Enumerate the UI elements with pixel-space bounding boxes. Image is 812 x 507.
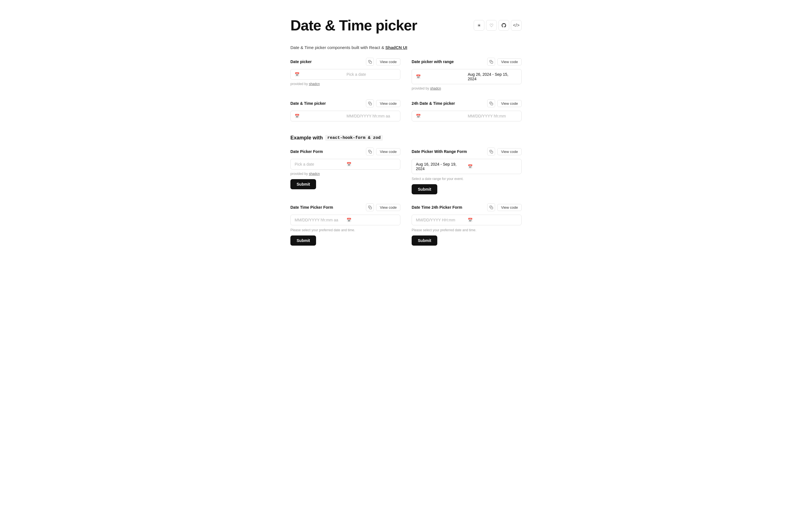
heart-button[interactable]: ♡ (486, 20, 497, 31)
svg-rect-2 (370, 103, 371, 105)
date-time-24h-form-view-code-button[interactable]: View code (497, 204, 522, 211)
date-time-picker-form-header: Date Time Picker Form View code (290, 203, 400, 211)
embed-button[interactable]: </> (511, 20, 522, 31)
date-picker-range-form-helper: Select a date range for your event. (412, 177, 522, 181)
page-container: Date & Time picker ☀ ♡ </> Date & Time p… (279, 17, 533, 245)
date-time-24h-form-header: Date Time 24h Picker Form View code (412, 203, 522, 211)
theme-toggle-button[interactable]: ☀ (474, 20, 485, 31)
date-picker-form-block: Date Picker Form View code Pick a date 📅… (290, 148, 400, 194)
header-icons: ☀ ♡ </> (474, 20, 522, 31)
date-picker-range-block: Date picker with range View code 📅 Aug 2… (412, 58, 522, 91)
date-picker-range-form-block: Date Picker With Range Form View code Au… (412, 148, 522, 194)
date-time-24h-input[interactable]: 📅 MM/DD/YYYY hh:mm (412, 111, 522, 121)
svg-rect-7 (491, 207, 493, 209)
date-picker-range-title: Date picker with range (412, 59, 485, 64)
basic-components-grid: Date picker View code 📅 Pick a date prov… (290, 58, 522, 121)
calendar-icon-right: 📅 (347, 162, 396, 166)
date-time-picker-header: Date & Time picker View code (290, 100, 400, 107)
date-time-24h-form-input[interactable]: MM/DD/YYYY HH:mm 📅 (412, 215, 522, 225)
date-time-picker-form-block: Date Time Picker Form View code MM/DD/YY… (290, 203, 400, 245)
calendar-icon-right-2: 📅 (468, 164, 517, 169)
calendar-icon: 📅 (295, 72, 344, 76)
date-time-picker-form-title: Date Time Picker Form (290, 205, 364, 210)
date-time-picker-block: Date & Time picker View code 📅 MM/DD/YYY… (290, 100, 400, 121)
date-picker-range-form-title: Date Picker With Range Form (412, 149, 485, 154)
date-picker-range-copy-button[interactable] (487, 58, 495, 66)
shadcn-link-2[interactable]: shadcn (430, 87, 441, 91)
date-picker-range-input[interactable]: 📅 Aug 26, 2024 - Sep 15, 2024 (412, 69, 522, 84)
date-picker-range-form-copy-button[interactable] (487, 148, 495, 156)
date-picker-header: Date picker View code (290, 58, 400, 66)
page-subtitle: Date & Time picker components built with… (290, 45, 522, 50)
date-picker-range-header: Date picker with range View code (412, 58, 522, 66)
date-picker-title: Date picker (290, 59, 364, 64)
svg-rect-5 (491, 151, 493, 153)
shadcn-ui-link[interactable]: ShadCN UI (386, 45, 407, 50)
date-picker-form-input[interactable]: Pick a date 📅 (290, 159, 400, 170)
date-time-24h-block: 24h Date & Time picker View code 📅 MM/DD… (412, 100, 522, 121)
date-picker-form-provided-by: provided by shadcn (290, 172, 400, 176)
date-picker-form-title: Date Picker Form (290, 149, 364, 154)
date-time-picker-form-view-code-button[interactable]: View code (376, 204, 400, 211)
rhf-components-grid: Date Picker Form View code Pick a date 📅… (290, 148, 522, 245)
date-picker-block: Date picker View code 📅 Pick a date prov… (290, 58, 400, 91)
svg-rect-1 (491, 61, 493, 63)
date-time-24h-form-title: Date Time 24h Picker Form (412, 205, 485, 210)
date-time-picker-title: Date & Time picker (290, 101, 364, 106)
date-time-24h-form-copy-button[interactable] (487, 203, 495, 211)
date-picker-form-copy-button[interactable] (366, 148, 374, 156)
date-picker-range-view-code-button[interactable]: View code (497, 58, 522, 65)
calendar-icon-right-3: 📅 (347, 218, 396, 222)
calendar-icon-right-4: 📅 (468, 218, 517, 222)
svg-rect-3 (491, 103, 493, 105)
page-title: Date & Time picker (290, 17, 417, 34)
basic-section: Date picker View code 📅 Pick a date prov… (290, 58, 522, 121)
github-button[interactable] (499, 20, 509, 31)
rhf-section-title: Example with react-hook-form & zod (290, 135, 522, 141)
date-time-picker-form-helper: Please select your preferred date and ti… (290, 228, 400, 232)
date-time-picker-form-input[interactable]: MM/DD/YYYY hh:mm aa 📅 (290, 215, 400, 225)
calendar-icon: 📅 (416, 114, 465, 118)
shadcn-link-3[interactable]: shadcn (309, 172, 320, 176)
date-time-picker-input[interactable]: 📅 MM/DD/YYYY hh:mm aa (290, 111, 400, 121)
date-picker-form-view-code-button[interactable]: View code (376, 148, 400, 155)
svg-rect-6 (370, 207, 371, 209)
svg-rect-4 (370, 151, 371, 153)
date-time-24h-copy-button[interactable] (487, 100, 495, 107)
date-time-picker-view-code-button[interactable]: View code (376, 100, 400, 107)
date-time-picker-form-copy-button[interactable] (366, 203, 374, 211)
svg-rect-0 (370, 61, 371, 63)
calendar-icon: 📅 (295, 114, 344, 118)
date-time-picker-form-submit-button[interactable]: Submit (290, 235, 316, 245)
date-picker-copy-button[interactable] (366, 58, 374, 66)
page-header: Date & Time picker ☀ ♡ </> (290, 17, 522, 34)
date-time-24h-form-helper: Please select your preferred date and ti… (412, 228, 522, 232)
date-picker-provided-by: provided by shadcn (290, 82, 400, 86)
rhf-section: Example with react-hook-form & zod Date … (290, 135, 522, 245)
date-picker-range-provided-by: provided by shadcn (412, 87, 522, 91)
date-time-24h-title: 24h Date & Time picker (412, 101, 485, 106)
calendar-icon: 📅 (416, 74, 465, 79)
date-time-24h-form-submit-button[interactable]: Submit (412, 235, 437, 245)
date-picker-range-form-view-code-button[interactable]: View code (497, 148, 522, 155)
date-time-24h-header: 24h Date & Time picker View code (412, 100, 522, 107)
shadcn-link[interactable]: shadcn (309, 82, 320, 86)
date-picker-range-form-input[interactable]: Aug 16, 2024 - Sep 19, 2024 📅 (412, 159, 522, 174)
date-picker-view-code-button[interactable]: View code (376, 58, 400, 65)
date-picker-form-header: Date Picker Form View code (290, 148, 400, 156)
date-time-24h-form-block: Date Time 24h Picker Form View code MM/D… (412, 203, 522, 245)
date-picker-range-form-submit-button[interactable]: Submit (412, 184, 437, 194)
date-picker-input[interactable]: 📅 Pick a date (290, 69, 400, 80)
date-picker-form-submit-button[interactable]: Submit (290, 179, 316, 189)
date-time-24h-view-code-button[interactable]: View code (497, 100, 522, 107)
date-picker-range-form-header: Date Picker With Range Form View code (412, 148, 522, 156)
date-time-picker-copy-button[interactable] (366, 100, 374, 107)
